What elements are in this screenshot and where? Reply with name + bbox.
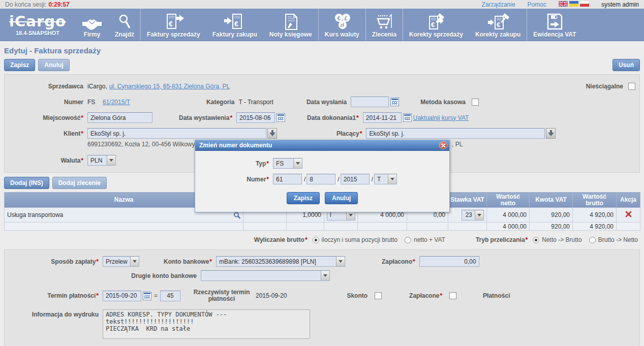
- nav-item-noty-ksiegowe[interactable]: Noty księgowe: [263, 9, 318, 41]
- zaplacone-checkbox[interactable]: [449, 292, 456, 299]
- manage-link[interactable]: Zarządzanie: [482, 1, 515, 8]
- help-link[interactable]: Pomoc: [528, 1, 546, 8]
- item-gross-cell: 4 920,00: [573, 208, 617, 223]
- session-bar: Do końca sesji: 0:29:57 Zarządzanie Pomo…: [0, 0, 644, 9]
- search-icon: [117, 12, 132, 30]
- dialog-save-button[interactable]: Zapisz: [287, 192, 320, 204]
- flag-uk-icon[interactable]: [559, 1, 568, 8]
- top-toolbar: Zapisz Anuluj Usuń: [4, 59, 640, 71]
- update-vat-rates-link[interactable]: Uaktualnij kursy VAT: [413, 114, 469, 121]
- radio-netto-brutto[interactable]: [533, 237, 539, 243]
- kategoria-label: Kategoria: [206, 99, 234, 106]
- skonto-checkbox[interactable]: [375, 292, 382, 299]
- skonto-label: Skonto: [347, 292, 367, 299]
- add-order-button[interactable]: Dodaj zlecenie: [52, 177, 107, 189]
- page-title: Edytuj - Faktura sprzedaży: [4, 46, 640, 55]
- data-dokonania-input[interactable]: [363, 112, 402, 123]
- nav-item-korekty-zakupu[interactable]: € Korekty zakupu: [469, 9, 527, 41]
- placacy-address-fragment: , PL: [452, 141, 463, 148]
- data-wyslania-input[interactable]: [351, 97, 389, 107]
- numer-part1-input[interactable]: [273, 174, 302, 184]
- delete-row-icon[interactable]: [625, 212, 632, 219]
- equals-sign: =: [154, 292, 158, 299]
- invoice-number-link[interactable]: 61/2015/T: [103, 99, 130, 106]
- radio-netto-vat[interactable]: [405, 237, 411, 243]
- nav-item-ewidencja-vat[interactable]: Ewidencja VAT: [527, 9, 582, 41]
- klient-dropdown-icon[interactable]: [267, 128, 277, 139]
- sposob-zaplaty-select[interactable]: Przelew: [103, 256, 139, 267]
- nav-item-faktury-zakupu[interactable]: € Faktury zakupu: [206, 9, 263, 41]
- termin-platnosci-input[interactable]: [103, 291, 141, 301]
- termin-platnosci-calendar-icon[interactable]: [143, 292, 151, 300]
- informacja-label: Informacja do wydruku: [5, 309, 99, 318]
- nav-item-znajdz[interactable]: Znajdź: [109, 9, 140, 41]
- rzeczywisty-termin-label: Rzeczywisty termin płatności: [192, 289, 252, 302]
- save-button[interactable]: Zapisz: [4, 59, 35, 71]
- data-wyslania-calendar-icon[interactable]: [390, 98, 399, 106]
- klient-label: Klient*: [5, 130, 83, 137]
- konto-bankowe-select[interactable]: mBank: 25603253639689898 [PLN]: [216, 256, 345, 267]
- flag-ukraine-icon[interactable]: [569, 1, 578, 8]
- svg-text:€: €: [169, 20, 173, 28]
- sum-net: 4 000,00: [487, 223, 530, 231]
- logo-text: iCargo: [9, 14, 66, 29]
- zaplacono-label: Zapłacono*: [382, 258, 415, 265]
- dialog-title-bar[interactable]: Zmień numer dokumentu: [195, 140, 449, 151]
- nav-item-firmy[interactable]: Firmy: [75, 9, 109, 41]
- data-dokonania-calendar-icon[interactable]: [403, 113, 412, 122]
- delete-button[interactable]: Usuń: [612, 59, 640, 71]
- numer-label: Numer: [5, 99, 83, 106]
- sales-invoice-icon: €: [162, 12, 185, 30]
- informacja-textarea[interactable]: ADRES KORESP. TYPY DOKUMENTÓW ---tekst!!…: [103, 309, 310, 339]
- item-vat-select[interactable]: 23: [462, 210, 484, 221]
- sales-correction-icon: €: [425, 12, 447, 30]
- app-logo[interactable]: iCargo 18.4-SNAPSHOT: [0, 9, 75, 41]
- miejscowosc-label: Miejscowość*: [5, 114, 83, 121]
- numer-part2-input[interactable]: [306, 174, 335, 184]
- session-countdown-label: Do końca sesji:: [5, 1, 46, 8]
- numer-part3-input[interactable]: [341, 174, 370, 184]
- dialog-cancel-button[interactable]: Anuluj: [325, 192, 358, 204]
- zaplacono-input[interactable]: [419, 256, 479, 267]
- nav-item-korekty-sprzedazy[interactable]: € Korekty sprzedaży: [403, 9, 469, 41]
- radio-iloczyn[interactable]: [313, 237, 319, 243]
- app-version: 18.4-SNAPSHOT: [16, 30, 59, 36]
- add-item-button[interactable]: Dodaj (INS): [4, 177, 49, 189]
- dni-input[interactable]: [160, 291, 180, 301]
- data-dokonania-label: Data dokonania1*: [307, 114, 359, 121]
- nav-item-zlecenia[interactable]: Zlecenia: [365, 9, 403, 41]
- nav-item-kurs-waluty[interactable]: €£zł Kurs waluty: [318, 9, 365, 41]
- svg-text:£: £: [344, 15, 347, 21]
- svg-text:€: €: [234, 20, 238, 28]
- metoda-kasowa-checkbox[interactable]: [472, 99, 479, 106]
- item-search-icon[interactable]: [233, 212, 241, 221]
- niesciagalne-checkbox[interactable]: [628, 83, 635, 90]
- col-kwota-vat: Kwota VAT: [530, 193, 573, 208]
- waluta-select[interactable]: PLN: [87, 155, 116, 166]
- flag-poland-icon[interactable]: [580, 1, 589, 8]
- numer-suffix-select[interactable]: T: [374, 174, 397, 184]
- item-action-cell: [617, 208, 640, 223]
- data-wystawienia-calendar-icon[interactable]: [277, 113, 285, 122]
- item-vat-cell: 920,00: [530, 208, 573, 223]
- data-wystawienia-input[interactable]: [236, 112, 275, 123]
- drugie-konto-select[interactable]: [201, 270, 330, 281]
- calc-options-row: Wyliczanie brutto* iloczyn i suma pozycj…: [4, 236, 640, 243]
- placacy-input[interactable]: [366, 128, 545, 139]
- nav-item-faktury-sprzedazy[interactable]: € Faktury sprzedaży: [140, 9, 206, 41]
- svg-text:zł: zł: [340, 22, 344, 28]
- konto-bankowe-label: Konto bankowe*: [164, 258, 212, 265]
- cancel-button[interactable]: Anuluj: [38, 59, 69, 71]
- miejscowosc-input[interactable]: [87, 112, 152, 123]
- klient-input[interactable]: [87, 128, 266, 139]
- typ-select[interactable]: FS: [273, 158, 302, 169]
- klient-address: 6991230692, Kozła 12, 00-456 Wilkowyje, …: [87, 141, 210, 148]
- platnosci-label: Płatności: [483, 292, 510, 299]
- table-sum-row: 4 000,00 920,00 4 920,00: [5, 223, 640, 231]
- language-switcher: [559, 1, 589, 8]
- placacy-dropdown-icon[interactable]: [546, 128, 556, 139]
- change-number-dialog: Zmień numer dokumentu Typ* FS Numer* / /…: [195, 140, 450, 212]
- radio-brutto-netto[interactable]: [589, 237, 596, 243]
- seller-address-link[interactable]: ul. Cynarskiego 15, 65-831 Zielona Góra,…: [109, 83, 230, 90]
- close-icon[interactable]: [439, 141, 447, 149]
